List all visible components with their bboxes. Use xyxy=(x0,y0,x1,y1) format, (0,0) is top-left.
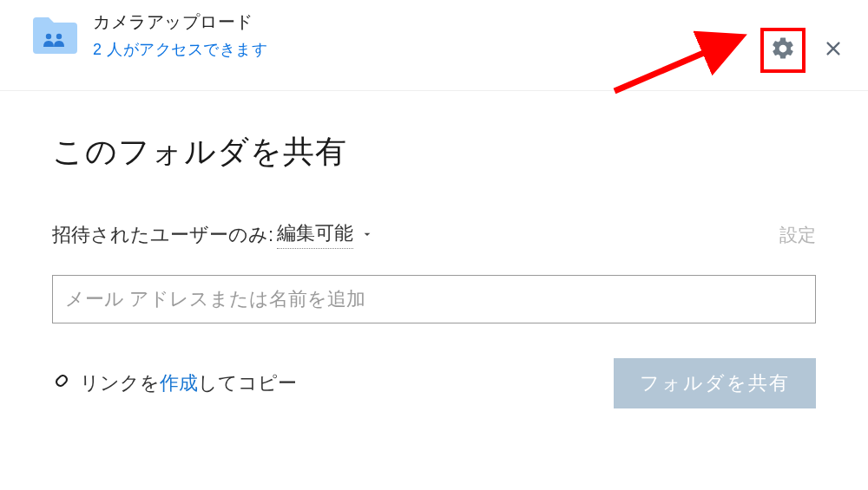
close-icon xyxy=(824,39,843,62)
link-text-prefix: リンクを xyxy=(80,370,160,396)
svg-point-1 xyxy=(56,34,62,39)
chevron-down-icon xyxy=(360,224,374,246)
link-icon xyxy=(52,371,71,395)
folder-name: カメラアップロード xyxy=(93,10,760,34)
shared-folder-icon xyxy=(31,14,79,56)
email-input[interactable] xyxy=(52,275,816,323)
gear-icon xyxy=(770,36,796,65)
svg-point-0 xyxy=(46,34,51,39)
footer-row: リンクを 作成 してコピー フォルダを共有 xyxy=(52,358,816,408)
permission-selector[interactable]: 招待されたユーザーのみ: 編集可能 xyxy=(52,220,374,249)
header-actions xyxy=(760,28,851,73)
settings-button[interactable] xyxy=(760,28,806,73)
share-heading: このフォルダを共有 xyxy=(52,131,816,173)
folder-access-link[interactable]: 2 人がアクセスできます xyxy=(93,39,760,60)
permission-row: 招待されたユーザーのみ: 編集可能 設定 xyxy=(52,220,816,249)
dialog-body: このフォルダを共有 招待されたユーザーのみ: 編集可能 設定 リンクを 作成 し… xyxy=(0,91,868,408)
link-text-action: 作成 xyxy=(160,370,198,396)
close-button[interactable] xyxy=(816,33,851,68)
permission-value: 編集可能 xyxy=(277,220,353,249)
link-text-suffix: してコピー xyxy=(198,370,297,396)
folder-info: カメラアップロード 2 人がアクセスできます xyxy=(93,10,760,60)
dialog-header: カメラアップロード 2 人がアクセスできます xyxy=(0,0,868,91)
share-folder-button[interactable]: フォルダを共有 xyxy=(614,358,816,408)
permission-label: 招待されたユーザーのみ: xyxy=(52,222,273,248)
permission-settings-link[interactable]: 設定 xyxy=(779,223,816,247)
create-link-action[interactable]: リンクを 作成 してコピー xyxy=(52,370,297,396)
